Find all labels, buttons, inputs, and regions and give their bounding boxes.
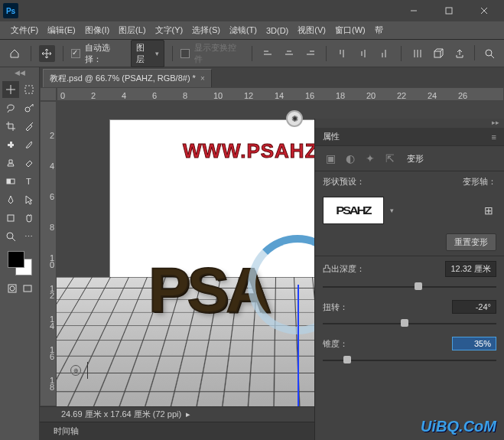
menu-type[interactable]: 文字(Y) [151, 23, 188, 37]
ruler-origin[interactable] [40, 87, 57, 101]
svg-rect-29 [8, 215, 14, 221]
svg-rect-6 [287, 51, 291, 52]
menu-filter[interactable]: 滤镜(T) [225, 23, 262, 37]
axis-preset-icon[interactable]: ⊞ [481, 203, 496, 218]
color-swatch[interactable] [6, 249, 34, 277]
deform-axis-label: 变形轴： [463, 176, 496, 187]
cap-icon[interactable]: ✦ [363, 151, 378, 166]
healing-tool[interactable] [2, 136, 19, 153]
quick-mask-icon[interactable] [5, 282, 19, 295]
separator [474, 45, 475, 60]
stamp-tool[interactable] [2, 155, 19, 171]
timeline-tab[interactable]: 时间轴 [47, 424, 85, 438]
auto-select-checkbox[interactable] [71, 49, 80, 58]
taper-value[interactable]: 35% [452, 337, 496, 350]
svg-rect-10 [340, 50, 341, 54]
twist-slider[interactable] [323, 318, 496, 329]
svg-rect-1 [446, 8, 452, 14]
lasso-tool[interactable] [2, 99, 19, 116]
extrude-depth-label: 凸出深度： [323, 263, 365, 275]
menu-help[interactable]: 帮 [370, 23, 388, 37]
panel-menu-icon[interactable]: ≡ [492, 132, 496, 142]
menu-view[interactable]: 视图(V) [293, 23, 330, 37]
move-tool[interactable] [2, 81, 19, 98]
gradient-tool[interactable] [2, 173, 19, 190]
search-icon[interactable] [481, 45, 498, 62]
crop-tool[interactable] [2, 118, 19, 135]
document-tab[interactable]: 教程.psd @ 66.7% (PSAHZ, RGB/8#) * × [43, 69, 212, 87]
align-bottom-icon[interactable] [376, 45, 393, 62]
shape-tool[interactable] [2, 210, 19, 227]
property-mode-tabs: ▣ ◐ ✦ ⇱ 变形 [315, 146, 504, 171]
title-bar: Ps [0, 0, 504, 21]
separator [401, 46, 402, 61]
align-center-h-icon[interactable] [281, 45, 298, 62]
app-logo: Ps [3, 3, 18, 18]
home-icon[interactable] [6, 45, 23, 62]
panel-collapse-icon[interactable]: ▸▸ [315, 119, 504, 128]
panel-title[interactable]: 属性 ≡ [315, 128, 504, 145]
3d-mode-icon[interactable] [431, 45, 447, 62]
menu-image[interactable]: 图像(I) [80, 23, 114, 37]
3d-axis-line[interactable] [298, 285, 299, 406]
menu-3d[interactable]: 3D(D) [262, 24, 293, 37]
auto-select-label: 自动选择： [85, 42, 126, 65]
coords-icon[interactable]: ⇱ [382, 151, 398, 166]
svg-point-33 [10, 286, 15, 291]
zoom-tool[interactable] [2, 228, 19, 245]
status-menu-icon[interactable]: ▸ [186, 409, 190, 419]
more-tools[interactable]: ⋯ [21, 228, 37, 245]
extrude-depth-slider[interactable] [323, 282, 496, 292]
twist-value[interactable]: -24° [452, 300, 496, 314]
reset-deform-button[interactable]: 重置变形 [446, 233, 496, 251]
svg-rect-8 [310, 51, 314, 52]
show-transform-checkbox[interactable] [180, 49, 190, 58]
svg-text:T: T [26, 177, 31, 186]
close-button[interactable] [467, 2, 501, 19]
brush-tool[interactable] [21, 136, 37, 153]
menu-file[interactable]: 文件(F) [6, 23, 43, 37]
align-left-icon[interactable] [260, 45, 277, 62]
quick-select-tool[interactable] [21, 99, 37, 116]
maximize-button[interactable] [432, 2, 466, 19]
type-tool[interactable]: T [21, 173, 37, 190]
hand-tool[interactable] [21, 210, 37, 227]
align-right-icon[interactable] [302, 45, 319, 62]
svg-point-23 [25, 107, 30, 112]
shape-preset-dropdown[interactable]: PSAHZ [323, 197, 384, 224]
3d-light-widget[interactable]: ✺ [286, 110, 303, 127]
collapse-icon[interactable]: ◀◀ [2, 69, 37, 80]
foreground-color[interactable] [8, 251, 24, 268]
minimize-button[interactable] [397, 2, 431, 19]
eraser-tool[interactable] [21, 155, 37, 171]
shape-preset-label: 形状预设： [323, 176, 365, 187]
pen-tool[interactable] [2, 191, 19, 208]
horizontal-ruler[interactable]: 0 2 4 6 8 10 12 14 16 18 20 22 24 26 [57, 87, 504, 101]
svg-rect-9 [307, 54, 314, 55]
close-tab-icon[interactable]: × [200, 74, 205, 83]
marquee-tool[interactable] [21, 81, 37, 98]
path-select-tool[interactable] [21, 191, 37, 208]
distribute-icon[interactable] [409, 45, 426, 62]
eyedropper-tool[interactable] [21, 118, 37, 135]
menu-layer[interactable]: 图层(L) [114, 23, 150, 37]
taper-slider[interactable] [323, 355, 496, 366]
menu-bar: 文件(F) 编辑(E) 图像(I) 图层(L) 文字(Y) 选择(S) 滤镜(T… [0, 21, 504, 40]
menu-window[interactable]: 窗口(W) [330, 23, 370, 37]
svg-rect-16 [414, 50, 415, 57]
deform-icon[interactable]: ◐ [343, 151, 358, 166]
share-icon[interactable] [451, 45, 468, 62]
svg-rect-22 [25, 86, 33, 93]
menu-edit[interactable]: 编辑(E) [43, 23, 80, 37]
menu-select[interactable]: 选择(S) [187, 23, 225, 37]
screen-mode-icon[interactable] [21, 282, 34, 295]
separator [252, 46, 252, 61]
align-top-icon[interactable] [334, 45, 351, 62]
vertical-ruler[interactable]: 2 4 6 8 1 0 1 2 1 4 1 6 1 8 [40, 101, 57, 406]
align-middle-icon[interactable] [356, 45, 372, 62]
move-tool-icon[interactable] [39, 45, 56, 62]
mesh-icon[interactable]: ▣ [323, 151, 338, 166]
extrude-depth-value[interactable]: 12.32 厘米 [445, 261, 496, 277]
3d-axis-gizmo[interactable]: ⊕ [70, 350, 116, 384]
auto-select-dropdown[interactable]: 图层 [131, 40, 164, 67]
